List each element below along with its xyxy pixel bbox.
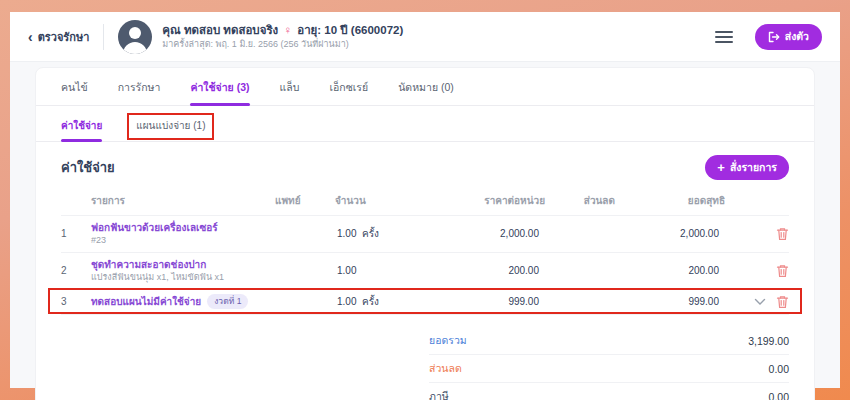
tab-lab[interactable]: แล็บ xyxy=(280,79,300,105)
summary-label: ภาษี xyxy=(429,388,449,400)
summary-row-tax: ภาษี 0.00 xyxy=(429,383,789,400)
item-detail: #23 xyxy=(91,235,275,247)
logout-arrow-icon xyxy=(768,31,780,43)
female-icon: ♀ xyxy=(283,24,292,36)
expense-subtabs: ค่าใช้จ่าย แผนแบ่งจ่าย (1) xyxy=(36,106,814,142)
order-items-button[interactable]: + สั่งรายการ xyxy=(705,155,789,180)
app-window: ‹ ตรวจรักษา คุณ ทดสอบ ทดสอบจริง ♀ อายุ: … xyxy=(10,12,840,388)
summary-label: ส่วนลด xyxy=(429,360,462,377)
installment-badge: งวดที่ 1 xyxy=(207,294,248,309)
table-row-highlighted: 3 ทดสอบแผนไม่มีค่าใช้จ่ายงวดที่ 1 1.00 ค… xyxy=(61,289,789,315)
summary-value: 0.00 xyxy=(769,391,789,400)
row-number: 3 xyxy=(61,296,91,307)
cell-net: 2,000.00 xyxy=(615,228,725,239)
col-actions xyxy=(725,194,789,208)
col-discount: ส่วนลด xyxy=(545,186,615,215)
col-net: ยอดสุทธิ xyxy=(615,186,725,215)
patient-name-line: คุณ ทดสอบ ทดสอบจริง ♀ อายุ: 10 ปี (66000… xyxy=(162,23,403,37)
summary-label: ยอดรวม xyxy=(429,332,467,349)
tab-treatment[interactable]: การรักษา xyxy=(118,79,161,105)
last-visit: มาครั้งล่าสุด: พฤ. 1 มิ.ย. 2566 (256 วัน… xyxy=(162,39,403,50)
tab-appointments[interactable]: นัดหมาย (0) xyxy=(398,79,454,105)
section-title: ค่าใช้จ่าย xyxy=(61,157,115,178)
item-name-link[interactable]: ทดสอบแผนไม่มีค่าใช้จ่าย xyxy=(91,296,201,307)
chevron-down-icon xyxy=(754,298,766,306)
refer-button[interactable]: ส่งตัว xyxy=(755,24,822,50)
delete-button[interactable] xyxy=(776,227,789,241)
patient-info: คุณ ทดสอบ ทดสอบจริง ♀ อายุ: 10 ปี (66000… xyxy=(162,23,403,51)
page-body: คนไข้ การรักษา ค่าใช้จ่าย (3) แล็บ เอ็กซ… xyxy=(10,62,840,400)
table-row: 2 ชุดทำความสะอาดช่องปาก แปรงสีฟันขนนุ่ม … xyxy=(61,253,789,290)
delete-button[interactable] xyxy=(776,264,789,278)
tab-patient[interactable]: คนไข้ xyxy=(61,79,88,105)
trash-icon xyxy=(776,227,789,241)
col-doctor: แพทย์ xyxy=(275,186,335,215)
summary-row-total: ยอดรวม 3,199.00 xyxy=(429,327,789,355)
subtab-installment-plan[interactable]: แผนแบ่งจ่าย (1) xyxy=(136,118,205,141)
cell-qty: 1.00 xyxy=(335,265,430,276)
chevron-left-icon: ‹ xyxy=(28,30,33,44)
row-number: 1 xyxy=(61,228,91,239)
summary-value: 3,199.00 xyxy=(748,335,789,347)
table-header-row: รายการ แพทย์ จำนวน ราคาต่อหน่วย ส่วนลด ย… xyxy=(61,186,789,216)
cell-net: 999.00 xyxy=(615,296,725,307)
main-tabs: คนไข้ การรักษา ค่าใช้จ่าย (3) แล็บ เอ็กซ… xyxy=(36,68,814,106)
patient-name: คุณ ทดสอบ ทดสอบจริง xyxy=(162,24,278,36)
subtab-expenses[interactable]: ค่าใช้จ่าย xyxy=(61,118,102,141)
divider xyxy=(103,24,104,50)
row-number: 2 xyxy=(61,265,91,276)
trash-icon xyxy=(776,295,789,309)
person-icon xyxy=(118,20,152,54)
content-card: คนไข้ การรักษา ค่าใช้จ่าย (3) แล็บ เอ็กซ… xyxy=(35,67,815,400)
section-header: ค่าใช้จ่าย + สั่งรายการ xyxy=(61,155,789,180)
item-name-link[interactable]: ชุดทำความสะอาดช่องปาก xyxy=(91,258,275,271)
col-unit-price: ราคาต่อหน่วย xyxy=(430,186,545,215)
tab-expenses[interactable]: ค่าใช้จ่าย (3) xyxy=(190,79,249,105)
totals-summary: ยอดรวม 3,199.00 ส่วนลด 0.00 ภาษี 0.00 ยอ… xyxy=(429,327,789,400)
delete-button[interactable] xyxy=(776,295,789,309)
cell-qty: 1.00 ครั้ง xyxy=(335,294,430,309)
back-label: ตรวจรักษา xyxy=(38,28,90,46)
cell-net: 200.00 xyxy=(615,265,725,276)
trash-icon xyxy=(776,264,789,278)
summary-row-discount: ส่วนลด 0.00 xyxy=(429,355,789,383)
expense-table: รายการ แพทย์ จำนวน ราคาต่อหน่วย ส่วนลด ย… xyxy=(61,186,789,315)
table-row: 1 ฟอกฟันขาวด้วยเครื่องเลเซอร์ #23 1.00 ค… xyxy=(61,216,789,253)
item-name-link[interactable]: ฟอกฟันขาวด้วยเครื่องเลเซอร์ xyxy=(91,221,275,234)
order-items-label: สั่งรายการ xyxy=(730,159,777,176)
col-item: รายการ xyxy=(91,186,275,215)
tab-xray[interactable]: เอ็กซเรย์ xyxy=(329,79,368,105)
cell-unit-price: 999.00 xyxy=(430,296,545,307)
summary-value: 0.00 xyxy=(769,363,789,375)
hamburger-menu-icon[interactable] xyxy=(715,31,733,43)
expand-row-button[interactable] xyxy=(754,298,766,306)
col-number xyxy=(61,194,91,208)
col-qty: จำนวน xyxy=(335,186,430,215)
plus-icon: + xyxy=(717,161,725,174)
patient-header: ‹ ตรวจรักษา คุณ ทดสอบ ทดสอบจริง ♀ อายุ: … xyxy=(10,12,840,62)
item-detail: แปรงสีฟันขนนุ่ม x1, ไหมขัดฟัน x1 xyxy=(91,272,275,284)
patient-age: อายุ: 10 ปี (6600072) xyxy=(297,24,403,36)
cell-unit-price: 200.00 xyxy=(430,265,545,276)
avatar xyxy=(118,20,152,54)
cell-qty: 1.00 ครั้ง xyxy=(335,226,430,241)
cell-unit-price: 2,000.00 xyxy=(430,228,545,239)
refer-button-label: ส่งตัว xyxy=(785,28,809,45)
back-link[interactable]: ‹ ตรวจรักษา xyxy=(28,28,89,46)
